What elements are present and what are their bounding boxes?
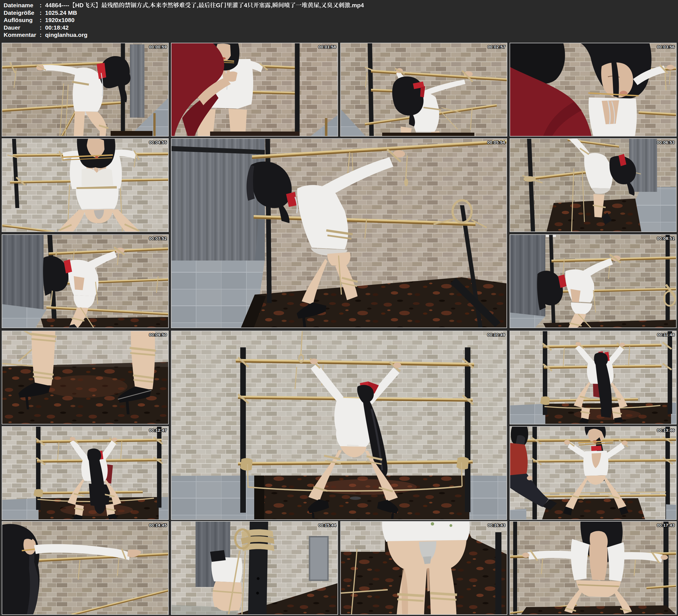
- svg-text::: :: [40, 2, 42, 8]
- svg-text::: :: [40, 9, 42, 16]
- svg-text:00:06:53: 00:06:53: [657, 140, 675, 145]
- svg-text::: :: [40, 32, 42, 38]
- svg-text:Dauer: Dauer: [4, 24, 21, 31]
- svg-text:1025.24 MB: 1025.24 MB: [45, 9, 77, 16]
- svg-text:00:05:54: 00:05:54: [487, 140, 505, 145]
- svg-text:Dateigröße: Dateigröße: [4, 9, 34, 16]
- svg-text:00:04:55: 00:04:55: [149, 140, 167, 145]
- svg-text:Dateiname: Dateiname: [4, 2, 33, 8]
- svg-text:00:17:43: 00:17:43: [657, 523, 675, 528]
- svg-text:Auflösung: Auflösung: [4, 17, 33, 23]
- svg-text:00:14:45: 00:14:45: [149, 523, 167, 528]
- svg-text:00:15:44: 00:15:44: [318, 523, 336, 528]
- svg-text:00:07:52: 00:07:52: [149, 236, 167, 241]
- svg-text:00:10:49: 00:10:49: [487, 332, 505, 337]
- svg-text:00:11:48: 00:11:48: [657, 332, 675, 337]
- svg-text::: :: [40, 24, 42, 31]
- svg-text:00:08:51: 00:08:51: [657, 236, 675, 241]
- svg-text:00:02:57: 00:02:57: [487, 44, 505, 49]
- svg-text:00:18:42: 00:18:42: [45, 24, 69, 31]
- svg-text::: :: [40, 17, 42, 23]
- svg-text:00:01:58: 00:01:58: [318, 44, 336, 49]
- svg-text:1920x1080: 1920x1080: [45, 17, 75, 23]
- svg-text:Kommentar: Kommentar: [4, 32, 36, 38]
- svg-text:00:16:43: 00:16:43: [487, 523, 505, 528]
- svg-text:00:00:59: 00:00:59: [149, 44, 167, 49]
- svg-text:00:03:56: 00:03:56: [657, 44, 675, 49]
- svg-text:00:09:50: 00:09:50: [149, 332, 167, 337]
- svg-text:00:13:46: 00:13:46: [657, 428, 675, 432]
- svg-text:00:12:47: 00:12:47: [149, 428, 167, 432]
- svg-text:qinglanhua.org: qinglanhua.org: [45, 32, 88, 38]
